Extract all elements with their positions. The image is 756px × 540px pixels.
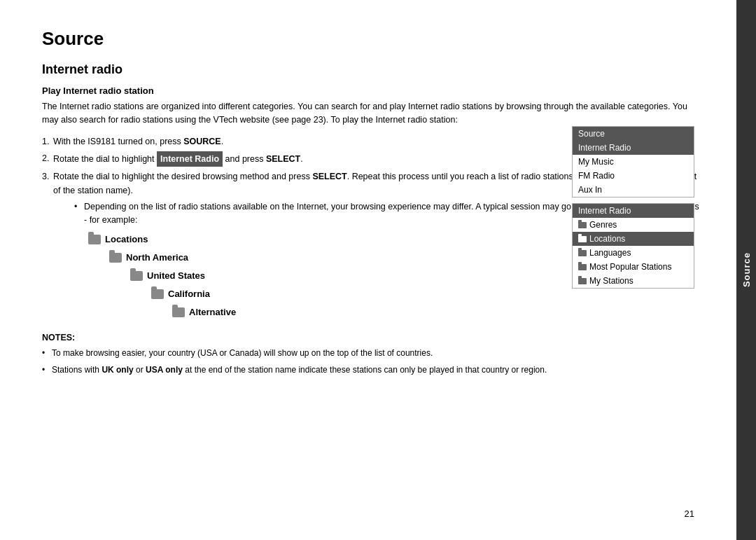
folder-icon-united-states [130,271,143,281]
folder-icon-california [151,289,164,299]
panel2-item-most-popular: Most Popular Stations [573,260,694,274]
panel2-item-locations: Locations [573,232,694,246]
side-tab-label: Source [741,252,752,287]
panel2-item-languages: Languages [573,246,694,260]
source-panel-header: Source [573,127,694,141]
note-1-text: To make browsing easier, your country (U… [52,348,433,358]
folder-icon-north-america [109,253,122,263]
notes-list: To make browsing easier, your country (U… [42,347,701,376]
page-container: Source Internet radio Play Internet radi… [0,0,756,540]
folder-icon-genres [578,222,587,228]
internet-radio-panel: Internet Radio Genres Locations Language… [572,203,694,289]
folder-icon-most-popular [578,264,587,270]
note-item-1: To make browsing easier, your country (U… [42,347,701,359]
notes-section: NOTES: To make browsing easier, your cou… [42,333,701,376]
indented-label-california: California [168,285,210,303]
side-tab: Source [736,0,756,540]
page-number: 21 [685,508,694,519]
source-bold: SOURCE [183,137,220,146]
select-bold-2: SELECT [266,154,300,164]
indented-item-alternative: Alternative [172,303,701,321]
right-panels: Source Internet Radio My Music FM Radio … [572,126,694,289]
indented-label-locations: Locations [105,230,148,249]
folder-icon-languages [578,250,587,256]
panel2-label-languages: Languages [589,248,631,258]
panel2-label-my-stations: My Stations [589,276,634,286]
indented-label-north-america: North America [126,249,188,267]
notes-title: NOTES: [42,333,701,342]
panel1-item-fm-radio: FM Radio [573,169,694,183]
panel1-item-aux-in: Aux In [573,183,694,197]
panel2-item-genres: Genres [573,218,694,232]
section-title: Internet radio [42,62,701,77]
indented-label-alternative: Alternative [189,303,236,321]
folder-icon-locations [88,235,101,244]
internet-radio-highlight: Internet Radio [157,151,223,167]
panel2-label-locations: Locations [589,234,625,244]
page-title: Source [42,28,701,50]
internet-radio-panel-header: Internet Radio [573,204,694,218]
indented-label-united-states: United States [147,267,205,285]
body-paragraph: The Internet radio stations are organize… [42,100,701,127]
panel2-label-genres: Genres [589,220,617,230]
main-content: Source Internet radio Play Internet radi… [0,0,736,540]
panel2-item-my-stations: My Stations [573,274,694,288]
panel1-item-internet-radio: Internet Radio [573,141,694,155]
note-item-2: Stations with UK only or USA only at the… [42,364,701,376]
uk-only-bold: UK only [102,365,133,375]
select-bold-3: SELECT [312,172,346,181]
folder-icon-my-stations [578,278,587,284]
folder-icon-locations-panel [578,236,587,242]
subsection-title: Play Internet radio station [42,85,701,96]
panel2-label-most-popular: Most Popular Stations [589,262,671,272]
folder-icon-alternative [172,307,185,317]
usa-only-bold: USA only [146,365,183,375]
panel1-item-my-music: My Music [573,155,694,169]
source-menu-panel: Source Internet Radio My Music FM Radio … [572,126,694,198]
